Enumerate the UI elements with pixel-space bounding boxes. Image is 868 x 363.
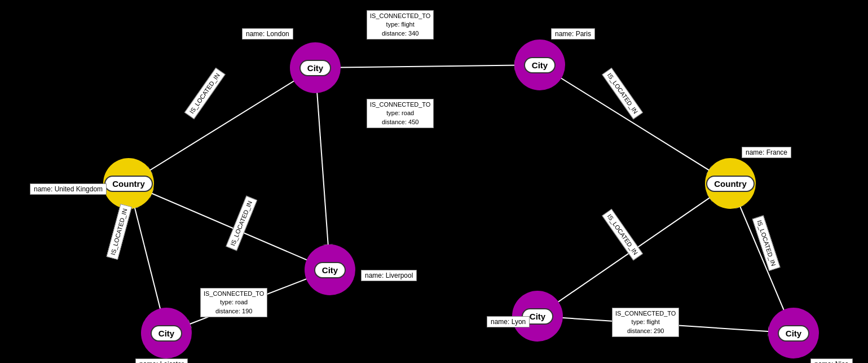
- svg-line-14: [315, 68, 330, 270]
- node-lyon[interactable]: City: [512, 291, 563, 342]
- svg-line-18: [537, 316, 794, 333]
- node-france[interactable]: Country: [705, 158, 756, 209]
- node-label-france: Country: [706, 176, 755, 192]
- node-label-paris: City: [524, 57, 556, 73]
- node-paris[interactable]: City: [514, 40, 565, 90]
- svg-line-8: [537, 183, 730, 316]
- node-liverpool[interactable]: City: [305, 244, 355, 295]
- svg-line-12: [315, 65, 540, 68]
- node-leicester[interactable]: City: [141, 308, 192, 358]
- node-label-liverpool: City: [314, 262, 346, 278]
- node-uk[interactable]: Country: [103, 158, 154, 209]
- svg-line-6: [540, 65, 730, 183]
- node-london[interactable]: City: [290, 42, 341, 93]
- node-label-lyon: City: [522, 308, 553, 325]
- svg-line-0: [129, 68, 315, 183]
- node-label-nice: City: [778, 325, 809, 342]
- svg-line-2: [129, 183, 330, 270]
- node-label-leicester: City: [151, 325, 182, 342]
- node-label-london: City: [299, 60, 331, 76]
- svg-line-16: [166, 270, 330, 333]
- node-label-uk: Country: [104, 176, 153, 192]
- node-nice[interactable]: City: [768, 308, 819, 358]
